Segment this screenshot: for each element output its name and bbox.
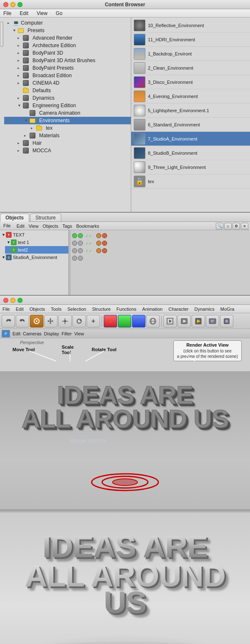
vis-dot-editor[interactable] [72, 241, 77, 246]
thumb-1-backdrop[interactable]: 1_Backdrop_Environt [131, 47, 250, 61]
undo-button[interactable] [2, 315, 15, 327]
vis-dot-render[interactable] [78, 241, 83, 246]
tab-structure[interactable]: Structure [30, 214, 61, 221]
obj-item-text2[interactable]: T text2 [5, 246, 68, 254]
menu-go[interactable]: Go [54, 10, 64, 16]
app-menu-functions[interactable]: Functions [116, 307, 138, 312]
app-menu-selection[interactable]: Selection [67, 307, 87, 312]
search-icon[interactable]: 🔍 [216, 223, 223, 229]
redo-button[interactable] [16, 315, 29, 327]
tree-item-camera-animation[interactable]: Camera Animation [4, 109, 131, 117]
obj-menu-file[interactable]: File [2, 222, 12, 230]
app-menu-mogra[interactable]: MoGra [220, 307, 235, 312]
app-minimize-button[interactable] [10, 298, 15, 303]
object-mode-button[interactable] [220, 315, 233, 327]
app-close-button[interactable] [3, 298, 8, 303]
close-button[interactable] [3, 2, 8, 7]
tree-label-hair: Hair [32, 140, 42, 146]
thumb-2-clean[interactable]: 2_Clean_Environment [131, 61, 250, 75]
settings-icon[interactable]: ⚙ [232, 223, 240, 229]
maximize-button[interactable] [18, 2, 22, 7]
thumb-8-studiob[interactable]: 8_StudioB_Environment [131, 146, 250, 160]
app-menu-structure[interactable]: Structure [91, 307, 112, 312]
obj-item-TEXT[interactable]: ▼ T TEXT [0, 231, 68, 239]
minimize-button[interactable] [10, 2, 15, 7]
app-menu-animation[interactable]: Animation [141, 307, 163, 312]
view-menu-display[interactable]: Display [44, 331, 59, 336]
view-menu-cameras[interactable]: Cameras [23, 331, 42, 336]
view-menu-view[interactable]: View [74, 331, 84, 336]
view-menu-edit[interactable]: Edit [12, 331, 20, 336]
tree-item-bodypaint-brushes[interactable]: ▸ BodyPaint 3D Artist Brushes [4, 57, 131, 64]
obj-menu-bookmarks[interactable]: Bookmarks [76, 224, 99, 229]
thumb-4-evening[interactable]: 4_Evening_Environment [131, 89, 250, 103]
obj-menu-edit[interactable]: Edit [17, 224, 25, 229]
scale-tool-button[interactable] [58, 315, 72, 327]
thumb-10-reflective[interactable]: 10_Reflective_Environment [131, 18, 250, 33]
obj-menu-tags[interactable]: Tags [62, 224, 72, 229]
render-view-button[interactable] [178, 315, 191, 327]
tree-item-presets[interactable]: ▼ Presets [4, 27, 131, 34]
move-tool-button[interactable] [44, 315, 58, 327]
app-menu-edit[interactable]: Edit [15, 307, 25, 312]
vis-dot-editor[interactable] [72, 248, 77, 253]
app-menu-file[interactable]: File [2, 307, 11, 312]
render-active-button[interactable] [192, 315, 205, 327]
render-region-button[interactable] [163, 315, 177, 327]
thumb-11-hdri[interactable]: 11_HDRI_Environment [131, 33, 250, 47]
world-coord-button[interactable] [146, 315, 160, 327]
vis-dot-editor[interactable] [72, 233, 77, 238]
app-maximize-button[interactable] [18, 298, 22, 303]
vis-dot-render[interactable] [78, 233, 83, 238]
app-menu-character[interactable]: Character [168, 307, 189, 312]
tree-item-mocca[interactable]: ▸ MOCCA [4, 147, 131, 154]
tree-item-defaults[interactable]: Defaults [4, 87, 131, 94]
obj-item-studioa[interactable]: ▼ S StudioA_Environment [0, 254, 68, 261]
viewport-icon[interactable]: P [2, 330, 10, 337]
tree-item-bodypaint[interactable]: ▸ BodyPaint 3D [4, 49, 131, 57]
thumb-6-standard[interactable]: 6_Standard_Environment [131, 118, 250, 132]
tree-item-dynamics[interactable]: ▸ Dynamics [4, 94, 131, 102]
x-axis-button[interactable]: X [104, 315, 117, 327]
y-axis-button[interactable]: Y [118, 315, 131, 327]
view-menu-filter[interactable]: Filter [62, 331, 72, 336]
tree-item-bodypaint-presets[interactable]: ▸ BodyPaint Presets [4, 64, 131, 72]
add-button[interactable]: + [87, 315, 100, 327]
vis-dot-editor[interactable] [72, 256, 77, 261]
app-menu-tools[interactable]: Tools [50, 307, 62, 312]
thumb-5-lightsphere[interactable]: 5_Lightsphere_Environment.1 [131, 103, 250, 118]
scroll-thumb[interactable] [0, 22, 3, 47]
tree-item-engineering[interactable]: ▼ Engineering Edition [4, 102, 131, 109]
z-axis-button[interactable]: Z [132, 315, 145, 327]
more-icon[interactable]: ≡ [241, 223, 248, 229]
app-menu-dynamics[interactable]: Dynamics [194, 307, 215, 312]
obj-menu-view[interactable]: View [29, 224, 39, 229]
vis-dot-render[interactable] [78, 248, 83, 253]
app-menu-objects[interactable]: Objects [29, 307, 46, 312]
tab-objects[interactable]: Objects [0, 214, 29, 222]
thumb-tex[interactable]: 🔒 tex [131, 174, 250, 189]
menu-edit[interactable]: Edit [18, 10, 30, 16]
tree-item-architecture[interactable]: ▸ Architecture Edition [4, 42, 131, 49]
menu-file[interactable]: File [2, 10, 13, 16]
tree-item-cinema4d[interactable]: ▸ CINEMA 4D [4, 79, 131, 87]
vis-dot-render[interactable] [78, 256, 83, 261]
tree-item-advanced-render[interactable]: ▸ Advanced Render [4, 34, 131, 42]
live-select-button[interactable] [30, 315, 43, 327]
home-icon[interactable]: ⌂ [224, 223, 232, 229]
thumb-9-threelight[interactable]: 9_Three_Light_Environment [131, 160, 250, 174]
render-queue-button[interactable] [206, 315, 219, 327]
tree-item-computer[interactable]: ▸ 💻 Computer [4, 19, 131, 27]
obj-menu-objects[interactable]: Objects [42, 224, 58, 229]
thumb-7-studioa[interactable]: 7_StudioA_Environment [131, 132, 250, 146]
tree-item-broadcast[interactable]: ▸ Broadcast Edition [4, 72, 131, 79]
tree-item-environments[interactable]: ▼ Environments [4, 117, 131, 124]
arrow-icon: ▸ [18, 96, 22, 100]
tree-item-tex[interactable]: ▸ tex [4, 124, 131, 132]
obj-item-text1[interactable]: ▼ T text 1 [5, 239, 68, 246]
menu-view[interactable]: View [35, 10, 49, 16]
tree-item-materials[interactable]: ▸ Materials [4, 132, 131, 139]
tree-item-hair[interactable]: ▸ Hair [4, 139, 131, 147]
rotate-tool-button[interactable] [72, 315, 86, 327]
thumb-3-disco[interactable]: 3_Disco_Environment [131, 75, 250, 89]
